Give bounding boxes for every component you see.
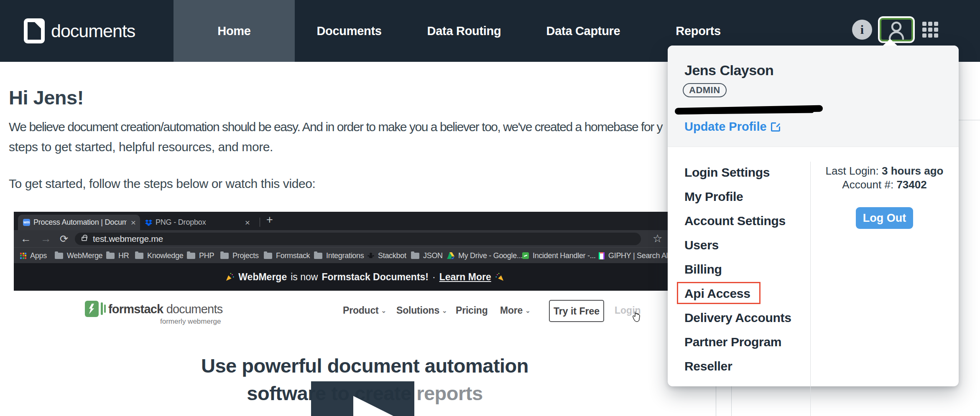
google-drive-icon: [447, 252, 454, 259]
banner-text: is now: [291, 271, 318, 283]
banner-formstack: Formstack Documents!: [322, 271, 429, 283]
giphy-icon: [599, 252, 605, 259]
menu-item-delivery-accounts[interactable]: Delivery Accounts: [668, 306, 810, 330]
apps-icon: [20, 253, 26, 259]
bookmark-mydrive[interactable]: My Drive - Google...: [447, 248, 523, 264]
folder-icon: [187, 253, 195, 259]
site-headline-line1: Use powerful document automation: [14, 354, 716, 377]
nav-tab-data-routing[interactable]: Data Routing: [403, 0, 525, 62]
account-number-info: Account #: 73402: [810, 178, 959, 191]
folder-icon: [106, 253, 115, 259]
bookmark-formstack[interactable]: Formstack: [264, 248, 310, 264]
mouse-cursor: [632, 311, 643, 323]
bookmark-star-icon[interactable]: ☆: [653, 230, 662, 247]
lock-icon: [82, 237, 87, 241]
bookmark-json[interactable]: JSON: [411, 248, 443, 264]
intro-paragraph-line2: steps to get started, helpful resources,…: [9, 140, 273, 154]
browser-tab-active[interactable]: wm Process Automation | Documen ×: [18, 215, 140, 230]
site-nav-more[interactable]: More⌄: [500, 302, 531, 319]
admin-badge: ADMIN: [683, 83, 727, 97]
menu-item-my-profile[interactable]: My Profile: [668, 185, 810, 209]
nav-tab-documents[interactable]: Documents: [295, 0, 403, 62]
bookmark-knowledge[interactable]: Knowledge: [135, 248, 183, 264]
api-access-highlight-box: [677, 282, 761, 304]
formstack-site: formstack documents formerly webmerge Pr…: [14, 291, 716, 416]
external-link-icon: [771, 122, 780, 132]
party-popper-icon: [495, 272, 504, 282]
documents-logo-icon: [24, 18, 45, 43]
webmerge-favicon: wm: [23, 219, 30, 226]
user-name: Jens Clayson: [684, 62, 773, 79]
dropdown-pointer: [883, 39, 898, 46]
last-login-info: Last Login: 3 hours ago: [810, 165, 959, 178]
dropdown-header: Jens Clayson ADMIN Update Profile: [668, 46, 959, 147]
formstack-brand: formstack documents: [108, 302, 222, 316]
bookmark-integrations[interactable]: Integrations: [314, 248, 364, 264]
dropbox-favicon: [145, 219, 152, 226]
bookmark-apps[interactable]: Apps: [20, 248, 47, 264]
banner-webmerge: WebMerge: [238, 271, 287, 283]
bookmark-php[interactable]: PHP: [187, 248, 214, 264]
incident-handler-icon: [522, 252, 529, 259]
logout-button[interactable]: Log Out: [856, 207, 913, 229]
folder-icon: [55, 253, 63, 259]
menu-item-account-settings[interactable]: Account Settings: [668, 209, 810, 233]
update-profile-link[interactable]: Update Profile: [684, 120, 780, 134]
browser-tab-dropbox[interactable]: PNG - Dropbox ×: [140, 215, 254, 230]
apps-grid-icon[interactable]: [922, 22, 938, 38]
folder-icon: [220, 253, 229, 259]
forward-icon[interactable]: →: [41, 230, 51, 247]
tab-title: Process Automation | Documen: [33, 218, 127, 227]
folder-icon: [314, 253, 322, 259]
intro-video[interactable]: wm Process Automation | Documen × PNG - …: [14, 212, 716, 416]
bookmark-giphy[interactable]: GIPHY | Search All...: [599, 248, 675, 264]
folder-icon: [264, 253, 272, 259]
bookmarks-bar: Apps WebMerge HR Knowledge PHP Projects …: [14, 247, 716, 263]
page-greeting: Hi Jens!: [9, 86, 84, 109]
menu-item-partner-program[interactable]: Partner Program: [668, 330, 810, 354]
play-icon: [353, 396, 416, 416]
announcement-banner: WebMerge is now Formstack Documents! · L…: [14, 263, 716, 291]
back-icon[interactable]: ←: [20, 230, 31, 247]
refresh-icon[interactable]: ⟳: [60, 230, 68, 247]
dropdown-divider: [810, 162, 811, 416]
menu-item-login-settings[interactable]: Login Settings: [668, 160, 810, 185]
folder-icon: [411, 253, 419, 259]
redacted-email: [675, 105, 823, 115]
person-icon: [880, 18, 913, 41]
site-nav-product[interactable]: Product⌄: [343, 302, 386, 319]
url-text: test.webmerge.me: [93, 234, 163, 244]
bookmark-stackbot[interactable]: Stackbot: [368, 248, 406, 264]
stackbot-icon: [368, 252, 374, 259]
browser-toolbar: ← → ⟳ test.webmerge.me ☆: [14, 230, 716, 247]
intro-paragraph-line1: We believe document creation/automation …: [9, 120, 662, 134]
tab-title: PNG - Dropbox: [156, 218, 241, 227]
party-popper-icon: [225, 272, 235, 282]
bookmark-hr[interactable]: HR: [106, 248, 129, 264]
brand-name: documents: [51, 0, 135, 62]
video-prompt-text: To get started, follow the steps below o…: [9, 177, 315, 191]
site-nav-pricing[interactable]: Pricing: [456, 302, 488, 319]
banner-learn-more-link[interactable]: Learn More: [439, 271, 491, 283]
bookmark-incident[interactable]: Incident Handler -...: [522, 248, 596, 264]
menu-item-reseller[interactable]: Reseller: [668, 354, 810, 378]
nav-tab-home[interactable]: Home: [174, 0, 295, 62]
bookmark-projects[interactable]: Projects: [220, 248, 259, 264]
menu-item-billing[interactable]: Billing: [668, 257, 810, 282]
info-icon[interactable]: i: [852, 20, 872, 40]
folder-icon: [135, 253, 143, 259]
menu-item-users[interactable]: Users: [668, 233, 810, 257]
site-nav-solutions[interactable]: Solutions⌄: [396, 302, 447, 319]
bookmark-webmerge[interactable]: WebMerge: [55, 248, 102, 264]
formstack-logo-icon: [85, 301, 99, 317]
new-tab-icon[interactable]: +: [266, 213, 273, 226]
nav-tab-data-capture[interactable]: Data Capture: [525, 0, 642, 62]
browser-tab-bar: wm Process Automation | Documen × PNG - …: [14, 212, 716, 230]
formstack-tagline: formerly webmerge: [160, 317, 221, 326]
address-bar[interactable]: test.webmerge.me: [75, 233, 641, 245]
tab-close-icon[interactable]: ×: [245, 218, 250, 228]
tab-close-icon[interactable]: ×: [131, 218, 136, 228]
dropdown-menu: Login Settings My Profile Account Settin…: [668, 160, 810, 378]
user-dropdown-panel: Jens Clayson ADMIN Update Profile Login …: [668, 46, 959, 386]
try-it-free-button[interactable]: Try it Free: [549, 300, 604, 322]
